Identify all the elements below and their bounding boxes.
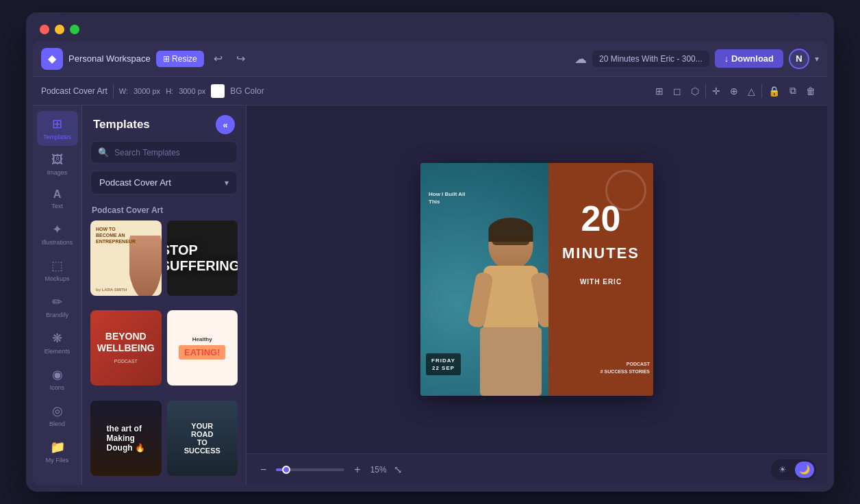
resize-button[interactable]: ⊞ Resize (156, 51, 204, 67)
search-input[interactable] (114, 148, 230, 158)
sidebar-item-templates[interactable]: ⊞ Templates (37, 111, 78, 146)
sidebar-label-images: Images (47, 169, 68, 176)
triangle-tool[interactable]: △ (744, 84, 759, 99)
podcast-label: PODCAST (600, 360, 650, 368)
copy-tool[interactable]: ⧉ (786, 83, 800, 99)
canvas-area: How I Built All This 20 MINUTES (246, 105, 827, 485)
width-value: 3000 px (134, 87, 160, 95)
podcast-canvas: How I Built All This 20 MINUTES (420, 163, 653, 396)
theme-controls: ☀ 🌙 (771, 459, 816, 480)
light-theme-button[interactable]: ☀ (773, 462, 792, 478)
search-icon: 🔍 (98, 147, 109, 158)
tc5-text: the art ofMakingDough 🔥 (107, 424, 145, 453)
tc6-text: YOURROADTOSUCCESS (184, 422, 220, 455)
bg-color-label: BG Color (230, 86, 264, 96)
workspace-name[interactable]: Personal Workspace (68, 53, 151, 64)
divider-1 (113, 84, 114, 98)
zoom-in-button[interactable]: + (351, 462, 363, 477)
sidebar-label-brandify: Brandify (46, 312, 68, 318)
template-card-4[interactable]: Healthy EATING! (167, 310, 238, 386)
templates-icon: ⊞ (52, 116, 62, 131)
sidebar-item-blend[interactable]: ◎ Blend (37, 398, 78, 433)
search-box[interactable]: 🔍 (90, 141, 238, 164)
tc4-text: EATING! (179, 345, 225, 360)
minimize-button[interactable] (55, 25, 64, 34)
cloud-icon: ☁ (574, 51, 587, 66)
date-box: FRIDAY 22 SEP (426, 353, 461, 375)
move-tool[interactable]: ✛ (709, 84, 724, 99)
illustrations-icon: ✦ (52, 222, 62, 237)
title-bar (26, 12, 834, 41)
template-card-5[interactable]: the art ofMakingDough 🔥 (90, 401, 162, 476)
person-figure (466, 218, 548, 396)
close-button[interactable] (40, 25, 49, 34)
frame-tool[interactable]: ◻ (670, 84, 685, 99)
icons-icon: ◉ (52, 367, 63, 382)
images-icon: 🖼 (51, 153, 64, 167)
with-eric-text: WITH ERIC (548, 278, 653, 286)
canvas-right: 20 MINUTES WITH ERIC PODCAST # SUCCESS S… (548, 163, 653, 396)
panel-header: Templates « (82, 105, 246, 141)
tc1-sub: by LARA SMITH (96, 288, 127, 292)
sidebar-item-icons[interactable]: ◉ Icons (37, 362, 78, 396)
tc4-label: Healthy (192, 336, 212, 342)
podcast-info: PODCAST # SUCCESS STORIES (600, 360, 650, 375)
zoom-out-button[interactable]: − (257, 462, 269, 477)
redo-button[interactable]: ↪ (232, 49, 249, 68)
shape-tool[interactable]: ⬡ (687, 84, 703, 99)
undo-button[interactable]: ↩ (210, 49, 227, 68)
sidebar-item-elements[interactable]: ❋ Elements (37, 325, 78, 360)
width-label: W: (119, 87, 128, 95)
sidebar-item-text[interactable]: A Text (37, 183, 78, 215)
tc2-text: STOPSUFFERING. (167, 242, 238, 274)
templates-panel: Templates « 🔍 Podcast Cover Art ▾ Podcas… (82, 105, 246, 485)
app-window: ◆ Personal Workspace ⊞ Resize ↩ ↪ ☁ 20 M… (26, 12, 834, 492)
sidebar-item-mockups[interactable]: ⬚ Mockups (37, 253, 78, 288)
account-chevron[interactable]: ▾ (815, 54, 819, 64)
category-label: Podcast Cover Art (99, 177, 171, 188)
delete-tool[interactable]: 🗑 (802, 84, 819, 99)
sidebar-item-illustrations[interactable]: ✦ Illustrations (37, 216, 78, 251)
template-card-6[interactable]: YOURROADTOSUCCESS (167, 401, 238, 476)
sidebar-label-blend: Blend (49, 420, 65, 427)
sub-bar-tools: ⊞ ◻ ⬡ ✛ ⊕ △ 🔒 ⧉ 🗑 (652, 83, 819, 99)
canvas-bottom-bar: − + 15% ⤡ ☀ 🌙 (246, 453, 827, 485)
sidebar-item-brandify[interactable]: ✏ Brandify (37, 289, 78, 324)
logo-button[interactable]: ◆ (41, 48, 63, 70)
lock-tool[interactable]: 🔒 (765, 84, 783, 99)
canvas-type-label: Podcast Cover Art (41, 86, 108, 96)
section-label: Podcast Cover Art (82, 203, 246, 220)
canvas-content: How I Built All This 20 MINUTES (420, 163, 653, 396)
collapse-button[interactable]: « (216, 115, 235, 134)
height-value: 3000 px (179, 87, 205, 95)
zoom-slider[interactable] (276, 468, 344, 471)
sidebar-label-illustrations: Illustrations (42, 239, 73, 246)
align-tool[interactable]: ⊞ (652, 84, 667, 99)
sidebar-item-myfiles[interactable]: 📁 My Files (37, 434, 78, 469)
layer-tool[interactable]: ⊕ (726, 84, 742, 99)
top-bar: ◆ Personal Workspace ⊞ Resize ↩ ↪ ☁ 20 M… (33, 41, 827, 77)
download-button[interactable]: ↓ Download (715, 49, 783, 68)
template-card-3[interactable]: BEYONDWELLBEINGPODCAST (90, 310, 162, 386)
sidebar-label-myfiles: My Files (46, 457, 69, 464)
template-card-2[interactable]: STOPSUFFERING. (167, 220, 238, 296)
maximize-button[interactable] (70, 25, 79, 34)
canvas-viewport[interactable]: How I Built All This 20 MINUTES (246, 105, 827, 453)
category-selector[interactable]: Podcast Cover Art ▾ (90, 171, 238, 194)
template-card-1[interactable]: HOW TOBECOME ANENTREPRENEUR by LARA SMIT… (90, 220, 162, 296)
fit-button[interactable]: ⤡ (394, 464, 403, 476)
logo-icon: ◆ (48, 52, 56, 65)
avatar-button[interactable]: N (789, 49, 809, 69)
zoom-thumb[interactable] (282, 466, 290, 474)
sidebar-label-text: Text (51, 203, 63, 210)
bg-color-swatch[interactable] (211, 84, 225, 98)
sidebar: ⊞ Templates 🖼 Images A Text ✦ Illustrati… (33, 105, 82, 485)
dark-theme-button[interactable]: 🌙 (795, 462, 814, 478)
tc1-text: HOW TOBECOME ANENTREPRENEUR (96, 226, 136, 244)
sub-bar: Podcast Cover Art W: 3000 px H: 3000 px … (33, 77, 827, 105)
divider-2 (705, 84, 706, 98)
sidebar-item-images[interactable]: 🖼 Images (37, 147, 78, 181)
category-chevron-icon: ▾ (225, 178, 229, 188)
hashtag-label: # SUCCESS STORIES (600, 368, 650, 375)
tc3-text: BEYONDWELLBEINGPODCAST (97, 331, 155, 365)
